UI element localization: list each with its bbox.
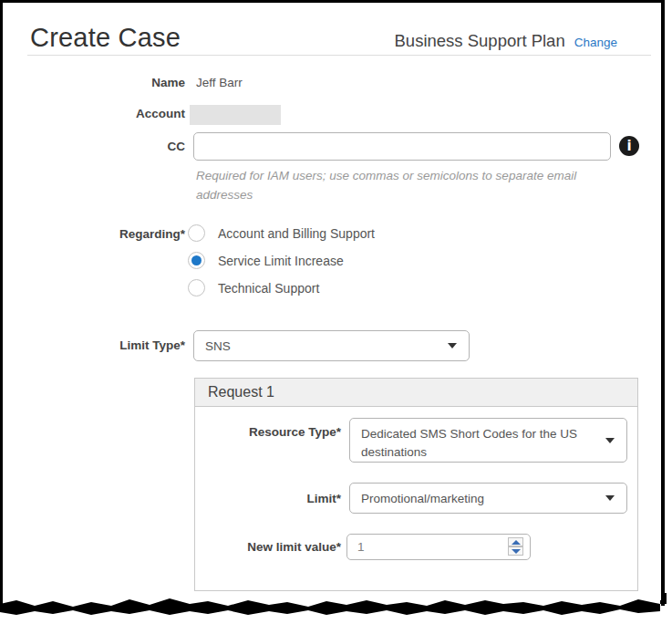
support-plan-label: Business Support Plan	[395, 31, 565, 51]
radio-option-label: Service Limit Increase	[218, 254, 344, 268]
regarding-label: Regarding*	[30, 227, 185, 241]
header-divider	[27, 55, 651, 56]
arrow-up-icon	[512, 540, 521, 545]
torn-edge-decoration	[0, 593, 672, 624]
limit-selected-value: Promotional/marketing	[361, 490, 595, 508]
limit-select[interactable]: Promotional/marketing	[349, 483, 627, 514]
cc-input[interactable]	[193, 132, 611, 161]
name-value: Jeff Barr	[196, 76, 243, 89]
support-plan-area: Business Support Plan Change	[395, 31, 617, 51]
resource-type-label: Resource Type*	[200, 425, 341, 439]
radio-option-label: Account and Billing Support	[218, 226, 375, 241]
request-panel-header: Request 1	[195, 379, 637, 407]
spinner-up-button[interactable]	[508, 537, 523, 546]
request-panel-title: Request 1	[208, 384, 274, 400]
limit-type-select[interactable]: SNS	[193, 330, 470, 361]
info-icon[interactable]: i	[619, 136, 639, 156]
radio-option-label: Technical Support	[218, 281, 319, 296]
change-plan-link[interactable]: Change	[574, 36, 617, 49]
resource-type-select[interactable]: Dedicated SMS Short Codes for the US des…	[349, 418, 627, 463]
cc-helper-text: Required for IAM users; use commas or se…	[196, 166, 611, 204]
name-label: Name	[30, 76, 185, 89]
radio-button-selected-icon[interactable]	[188, 252, 205, 269]
new-limit-value-input[interactable]: 1	[346, 534, 531, 560]
number-spinner	[508, 537, 523, 556]
spinner-down-button[interactable]	[508, 546, 523, 556]
chevron-down-icon	[605, 438, 615, 443]
chevron-down-icon	[448, 343, 457, 348]
resource-type-selected-value: Dedicated SMS Short Codes for the US des…	[361, 425, 595, 462]
limit-type-selected-value: SNS	[205, 338, 438, 356]
radio-option-technical-support[interactable]: Technical Support	[188, 279, 319, 296]
radio-button-icon[interactable]	[188, 279, 205, 296]
account-value-redacted	[190, 105, 281, 125]
limit-type-label: Limit Type*	[30, 338, 185, 352]
chevron-down-icon	[605, 495, 615, 501]
new-limit-value-label: New limit value*	[200, 540, 341, 554]
limit-label: Limit*	[200, 492, 341, 505]
screenshot-frame: Create Case Business Support Plan Change…	[0, 0, 665, 606]
radio-option-account-billing[interactable]: Account and Billing Support	[188, 224, 375, 242]
page-title: Create Case	[30, 23, 181, 53]
create-case-page: Create Case Business Support Plan Change…	[0, 0, 672, 624]
request-panel: Request 1 Resource Type* Dedicated SMS S…	[194, 378, 638, 591]
arrow-down-icon	[512, 549, 521, 554]
account-label: Account	[30, 107, 185, 120]
new-limit-value-text: 1	[357, 540, 365, 554]
cc-label: CC	[30, 140, 185, 153]
radio-option-service-limit-increase[interactable]: Service Limit Increase	[188, 252, 344, 269]
radio-button-icon[interactable]	[188, 224, 205, 242]
